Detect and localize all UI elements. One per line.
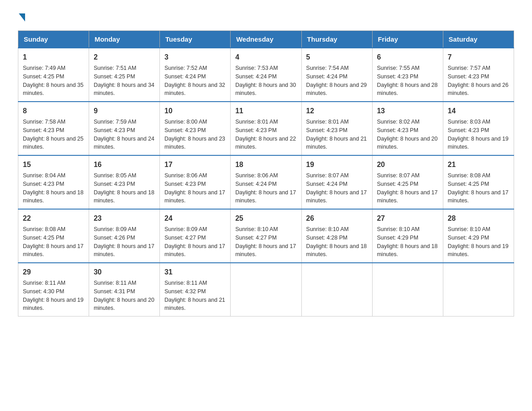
day-header-thursday: Thursday bbox=[301, 31, 372, 48]
calendar-header-row: SundayMondayTuesdayWednesdayThursdayFrid… bbox=[18, 31, 514, 48]
day-number: 15 bbox=[23, 159, 84, 170]
calendar-cell bbox=[301, 263, 372, 317]
sunset-label: Sunset: 4:28 PM bbox=[306, 235, 348, 241]
calendar-cell: 23 Sunrise: 8:09 AM Sunset: 4:26 PM Dayl… bbox=[89, 209, 160, 263]
calendar-cell: 19 Sunrise: 8:07 AM Sunset: 4:24 PM Dayl… bbox=[301, 155, 372, 209]
sunset-label: Sunset: 4:30 PM bbox=[23, 288, 64, 295]
day-header-monday: Monday bbox=[89, 31, 160, 48]
day-number: 13 bbox=[377, 106, 438, 116]
daylight-label: Daylight: 8 hours and 20 minutes. bbox=[377, 136, 438, 150]
daylight-label: Daylight: 8 hours and 17 minutes. bbox=[235, 243, 296, 258]
day-number: 16 bbox=[94, 159, 155, 170]
calendar-week-row: 1 Sunrise: 7:49 AM Sunset: 4:25 PM Dayli… bbox=[18, 48, 514, 102]
day-number: 27 bbox=[377, 213, 438, 224]
calendar-cell: 11 Sunrise: 8:01 AM Sunset: 4:23 PM Dayl… bbox=[231, 102, 301, 155]
day-number: 22 bbox=[23, 213, 84, 224]
day-header-wednesday: Wednesday bbox=[231, 31, 301, 48]
calendar-cell: 6 Sunrise: 7:55 AM Sunset: 4:23 PM Dayli… bbox=[372, 48, 443, 102]
calendar-cell bbox=[443, 263, 514, 317]
calendar-cell: 15 Sunrise: 8:04 AM Sunset: 4:23 PM Dayl… bbox=[18, 155, 89, 209]
daylight-label: Daylight: 8 hours and 26 minutes. bbox=[448, 82, 509, 97]
daylight-label: Daylight: 8 hours and 22 minutes. bbox=[235, 136, 296, 150]
sunrise-label: Sunrise: 8:07 AM bbox=[306, 172, 349, 179]
day-number: 19 bbox=[306, 159, 368, 170]
sunrise-label: Sunrise: 8:11 AM bbox=[164, 280, 207, 286]
sunrise-label: Sunrise: 8:08 AM bbox=[23, 226, 65, 232]
day-number: 14 bbox=[448, 106, 509, 116]
calendar-week-row: 22 Sunrise: 8:08 AM Sunset: 4:25 PM Dayl… bbox=[18, 209, 514, 263]
sunrise-label: Sunrise: 7:59 AM bbox=[94, 119, 136, 125]
calendar-cell: 13 Sunrise: 8:02 AM Sunset: 4:23 PM Dayl… bbox=[372, 102, 443, 155]
calendar-cell: 18 Sunrise: 8:06 AM Sunset: 4:24 PM Dayl… bbox=[231, 155, 301, 209]
sunset-label: Sunset: 4:23 PM bbox=[94, 127, 135, 133]
calendar-cell: 10 Sunrise: 8:00 AM Sunset: 4:23 PM Dayl… bbox=[160, 102, 231, 155]
calendar-cell: 8 Sunrise: 7:58 AM Sunset: 4:23 PM Dayli… bbox=[18, 102, 89, 155]
sunset-label: Sunset: 4:24 PM bbox=[235, 181, 276, 187]
daylight-label: Daylight: 8 hours and 30 minutes. bbox=[235, 82, 296, 97]
sunrise-label: Sunrise: 8:05 AM bbox=[94, 172, 136, 179]
daylight-label: Daylight: 8 hours and 29 minutes. bbox=[306, 82, 367, 97]
daylight-label: Daylight: 8 hours and 18 minutes. bbox=[306, 243, 367, 258]
daylight-label: Daylight: 8 hours and 19 minutes. bbox=[23, 297, 84, 312]
sunset-label: Sunset: 4:26 PM bbox=[94, 235, 135, 241]
sunset-label: Sunset: 4:23 PM bbox=[164, 127, 206, 133]
sunset-label: Sunset: 4:23 PM bbox=[448, 73, 489, 80]
day-number: 6 bbox=[377, 52, 438, 63]
sunrise-label: Sunrise: 8:10 AM bbox=[306, 226, 349, 232]
calendar-cell: 24 Sunrise: 8:09 AM Sunset: 4:27 PM Dayl… bbox=[160, 209, 231, 263]
sunset-label: Sunset: 4:25 PM bbox=[23, 73, 64, 80]
sunrise-label: Sunrise: 8:04 AM bbox=[23, 172, 65, 179]
calendar-cell: 26 Sunrise: 8:10 AM Sunset: 4:28 PM Dayl… bbox=[301, 209, 372, 263]
sunset-label: Sunset: 4:23 PM bbox=[306, 127, 348, 133]
sunrise-label: Sunrise: 8:08 AM bbox=[448, 172, 490, 179]
daylight-label: Daylight: 8 hours and 17 minutes. bbox=[164, 189, 225, 204]
day-number: 25 bbox=[235, 213, 296, 224]
calendar-cell: 17 Sunrise: 8:06 AM Sunset: 4:23 PM Dayl… bbox=[160, 155, 231, 209]
day-number: 3 bbox=[164, 52, 226, 63]
day-number: 2 bbox=[94, 52, 155, 63]
logo bbox=[18, 13, 26, 21]
day-number: 9 bbox=[94, 106, 155, 116]
logo-arrow-icon bbox=[19, 13, 25, 21]
calendar-cell: 25 Sunrise: 8:10 AM Sunset: 4:27 PM Dayl… bbox=[231, 209, 301, 263]
sunrise-label: Sunrise: 8:10 AM bbox=[448, 226, 490, 232]
day-header-saturday: Saturday bbox=[443, 31, 514, 48]
sunrise-label: Sunrise: 8:01 AM bbox=[306, 119, 349, 125]
sunrise-label: Sunrise: 7:51 AM bbox=[94, 65, 136, 71]
sunrise-label: Sunrise: 8:10 AM bbox=[377, 226, 420, 232]
sunset-label: Sunset: 4:23 PM bbox=[23, 181, 64, 187]
daylight-label: Daylight: 8 hours and 18 minutes. bbox=[94, 189, 154, 204]
day-number: 31 bbox=[164, 267, 226, 278]
day-number: 5 bbox=[306, 52, 368, 63]
calendar-cell: 21 Sunrise: 8:08 AM Sunset: 4:25 PM Dayl… bbox=[443, 155, 514, 209]
sunset-label: Sunset: 4:27 PM bbox=[235, 235, 276, 241]
day-number: 1 bbox=[23, 52, 84, 63]
daylight-label: Daylight: 8 hours and 23 minutes. bbox=[164, 136, 225, 150]
daylight-label: Daylight: 8 hours and 17 minutes. bbox=[306, 189, 367, 204]
day-number: 7 bbox=[448, 52, 509, 63]
day-header-sunday: Sunday bbox=[18, 31, 89, 48]
sunset-label: Sunset: 4:23 PM bbox=[377, 73, 418, 80]
day-number: 4 bbox=[235, 52, 296, 63]
sunset-label: Sunset: 4:23 PM bbox=[94, 181, 135, 187]
calendar-cell: 1 Sunrise: 7:49 AM Sunset: 4:25 PM Dayli… bbox=[18, 48, 89, 102]
sunset-label: Sunset: 4:24 PM bbox=[235, 73, 276, 80]
daylight-label: Daylight: 8 hours and 19 minutes. bbox=[448, 243, 509, 258]
calendar-cell: 30 Sunrise: 8:11 AM Sunset: 4:31 PM Dayl… bbox=[89, 263, 160, 317]
daylight-label: Daylight: 8 hours and 17 minutes. bbox=[235, 189, 296, 204]
day-header-tuesday: Tuesday bbox=[160, 31, 231, 48]
daylight-label: Daylight: 8 hours and 17 minutes. bbox=[23, 243, 84, 258]
calendar-cell bbox=[372, 263, 443, 317]
day-number: 18 bbox=[235, 159, 296, 170]
day-number: 30 bbox=[94, 267, 155, 278]
sunrise-label: Sunrise: 8:03 AM bbox=[448, 119, 490, 125]
day-number: 24 bbox=[164, 213, 226, 224]
daylight-label: Daylight: 8 hours and 19 minutes. bbox=[448, 136, 509, 150]
day-number: 20 bbox=[377, 159, 438, 170]
calendar-cell: 2 Sunrise: 7:51 AM Sunset: 4:25 PM Dayli… bbox=[89, 48, 160, 102]
sunset-label: Sunset: 4:23 PM bbox=[448, 127, 489, 133]
daylight-label: Daylight: 8 hours and 28 minutes. bbox=[377, 82, 438, 97]
day-number: 28 bbox=[448, 213, 509, 224]
daylight-label: Daylight: 8 hours and 34 minutes. bbox=[94, 82, 154, 97]
daylight-label: Daylight: 8 hours and 17 minutes. bbox=[448, 189, 509, 204]
